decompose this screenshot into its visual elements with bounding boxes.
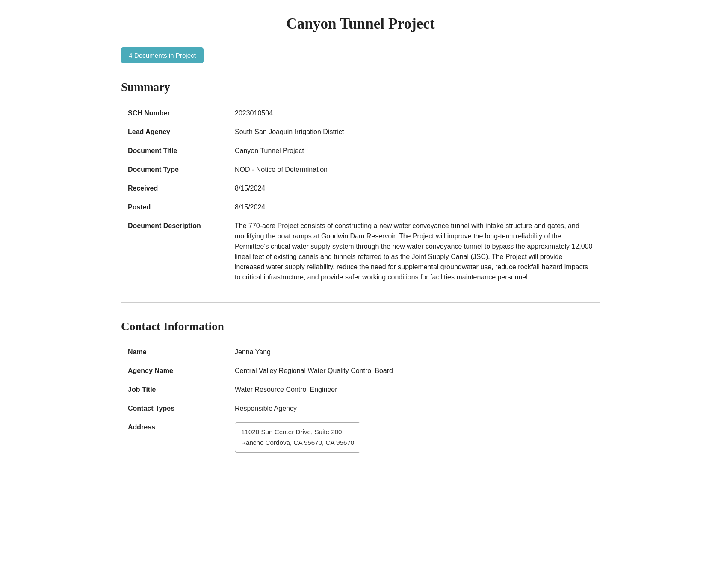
field-value: Canyon Tunnel Project — [228, 141, 600, 160]
contact-table: NameJenna YangAgency NameCentral Valley … — [121, 343, 600, 457]
field-value: The 770-acre Project consists of constru… — [228, 217, 600, 287]
field-value: 8/15/2024 — [228, 179, 600, 198]
table-row: NameJenna Yang — [121, 343, 600, 362]
field-label: Lead Agency — [121, 123, 228, 141]
table-row: Agency NameCentral Valley Regional Water… — [121, 362, 600, 380]
contact-section-title: Contact Information — [121, 318, 600, 335]
field-value: Central Valley Regional Water Quality Co… — [228, 362, 600, 380]
field-value: South San Joaquin Irrigation District — [228, 123, 600, 141]
field-label: Document Type — [121, 160, 228, 179]
table-row: Document TitleCanyon Tunnel Project — [121, 141, 600, 160]
address-box-cell: 11020 Sun Center Drive, Suite 200Rancho … — [228, 418, 600, 457]
field-value: 2023010504 — [228, 104, 600, 123]
table-row: Job TitleWater Resource Control Engineer — [121, 380, 600, 399]
address-box: 11020 Sun Center Drive, Suite 200Rancho … — [235, 422, 360, 453]
table-row: Document TypeNOD - Notice of Determinati… — [121, 160, 600, 179]
field-value: 8/15/2024 — [228, 198, 600, 217]
field-value: Jenna Yang — [228, 343, 600, 362]
field-label: Document Description — [121, 217, 228, 287]
field-label: Address — [121, 418, 228, 457]
table-row: Document DescriptionThe 770-acre Project… — [121, 217, 600, 287]
summary-section-title: Summary — [121, 79, 600, 96]
field-label: Document Title — [121, 141, 228, 160]
summary-table: SCH Number2023010504Lead AgencySouth San… — [121, 104, 600, 287]
table-row: SCH Number2023010504 — [121, 104, 600, 123]
table-row: Received8/15/2024 — [121, 179, 600, 198]
summary-section: Summary SCH Number2023010504Lead AgencyS… — [121, 79, 600, 287]
table-row: Lead AgencySouth San Joaquin Irrigation … — [121, 123, 600, 141]
field-label: Job Title — [121, 380, 228, 399]
field-label: Name — [121, 343, 228, 362]
field-label: Received — [121, 179, 228, 198]
table-row: Address11020 Sun Center Drive, Suite 200… — [121, 418, 600, 457]
field-label: Contact Types — [121, 399, 228, 418]
field-value: Water Resource Control Engineer — [228, 380, 600, 399]
contact-section: Contact Information NameJenna YangAgency… — [121, 318, 600, 457]
field-label: SCH Number — [121, 104, 228, 123]
field-label: Posted — [121, 198, 228, 217]
page-wrapper: Canyon Tunnel Project 4 Documents in Pro… — [104, 0, 617, 474]
field-label: Agency Name — [121, 362, 228, 380]
field-value: NOD - Notice of Determination — [228, 160, 600, 179]
section-divider — [121, 302, 600, 303]
documents-button[interactable]: 4 Documents in Project — [121, 47, 204, 63]
page-title: Canyon Tunnel Project — [121, 13, 600, 35]
field-value: Responsible Agency — [228, 399, 600, 418]
table-row: Posted8/15/2024 — [121, 198, 600, 217]
table-row: Contact TypesResponsible Agency — [121, 399, 600, 418]
